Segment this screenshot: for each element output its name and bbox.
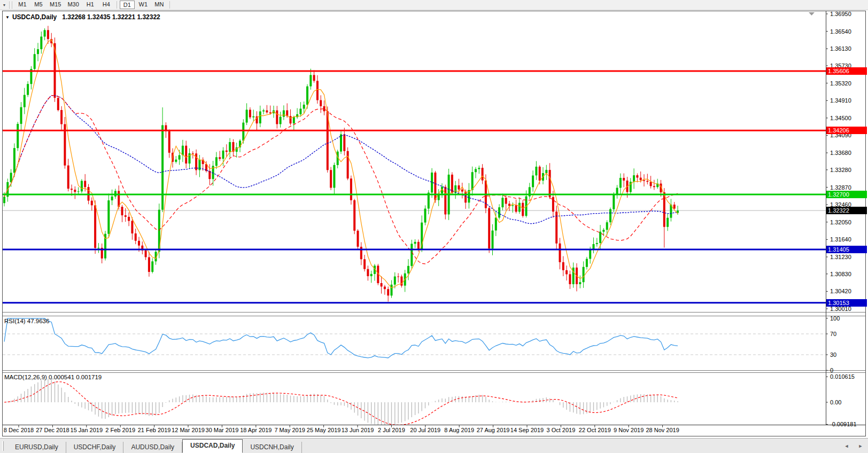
timeframe-h1-button[interactable]: H1	[83, 1, 98, 9]
symbol-tab-bar: EURUSD,DailyUSDCHF,DailyAUDUSD,DailyUSDC…	[0, 438, 868, 453]
date-axis-tick-label: 30 Mar 2019	[206, 427, 239, 433]
date-axis-tick-label: 13 Jun 2019	[342, 427, 374, 433]
price-axis-tick-label: 1.30420	[830, 287, 851, 295]
price-axis-tick-label: 1.32050	[830, 218, 851, 226]
date-axis-tick-label: 12 Mar 2019	[172, 427, 205, 433]
price-axis-tick-label: 1.36130	[830, 45, 851, 52]
price-axis-tick-label: 1.33280	[830, 166, 851, 174]
price-axis-tick-label: 1.31230	[830, 253, 851, 261]
timeframe-w1-button[interactable]: W1	[136, 1, 151, 9]
rsi-axis-tick-label: 70	[830, 330, 836, 338]
price-level-badge: 1.31405	[826, 246, 867, 253]
chart-canvas[interactable]	[0, 0, 868, 453]
symbol-tabs: EURUSD,DailyUSDCHF,DailyAUDUSD,DailyUSDC…	[7, 440, 302, 453]
timeframe-mn-button[interactable]: MN	[152, 1, 167, 9]
tab-scroller: ◄ ►	[843, 442, 864, 450]
timeframe-buttons: M1M5M15M30H1H4D1W1MN	[14, 0, 172, 10]
price-axis-tick-label: 1.35320	[830, 80, 851, 87]
macd-name: MACD(12,26,9)	[4, 374, 47, 380]
date-axis-tick-label: 28 Nov 2019	[646, 427, 679, 433]
date-axis-tick-label: 21 Feb 2019	[138, 427, 171, 433]
date-axis-tick-label: 3 Oct 2019	[546, 427, 575, 433]
chart-tab-eurusd[interactable]: EURUSD,Daily	[7, 442, 66, 453]
price-level-badge: 1.32700	[826, 191, 867, 198]
toolbar-drag-handle[interactable]	[9, 2, 12, 9]
price-level-badge: 1.35606	[826, 67, 867, 75]
chart-collapse-icon[interactable]: ▼	[5, 15, 10, 20]
macd-axis-tick-label: 0.010615	[830, 373, 855, 380]
date-axis-tick-label: 22 Oct 2019	[579, 427, 611, 433]
mt4-window: ▼ M1M5M15M30H1H4D1W1MN ▼USDCAD,Daily1.32…	[0, 0, 868, 453]
macd-axis-tick-label: 0.00	[830, 399, 841, 406]
chart-ohlc-values: 1.32268 1.32435 1.32221 1.32322	[62, 13, 160, 21]
toolbar-dropdown-icon[interactable]: ▼	[0, 1, 9, 9]
timeframe-d1-button[interactable]: D1	[120, 1, 135, 9]
date-axis-tick-label: 18 Apr 2019	[240, 427, 272, 433]
tabbar-grip	[2, 441, 4, 451]
date-axis-tick-label: 7 May 2019	[274, 427, 305, 433]
price-level-badge: 1.34206	[826, 127, 867, 134]
chart-tab-audusd[interactable]: AUDUSD,Daily	[123, 442, 182, 453]
chart-tab-usdcnh[interactable]: USDCNH,Daily	[243, 442, 301, 453]
rsi-name: RSI(14)	[4, 318, 26, 324]
date-axis-tick-label: 27 Dec 2018	[36, 427, 69, 433]
date-axis-tick-label: 8 Dec 2018	[4, 427, 34, 433]
toolbar-separator	[169, 1, 170, 9]
rsi-axis-tick-label: 30	[830, 351, 836, 358]
rsi-axis-tick-label: 100	[830, 315, 840, 322]
price-axis-tick-label: 1.32870	[830, 184, 851, 191]
price-axis-tick-label: 1.30830	[830, 270, 851, 278]
date-axis-tick-label: 20 Jul 2019	[410, 427, 440, 433]
timeframe-h4-button[interactable]: H4	[99, 1, 114, 9]
date-axis-tick-label: 27 Aug 2019	[477, 427, 510, 433]
chart-symbol-label: USDCAD,Daily	[12, 13, 57, 21]
timeframe-m1-button[interactable]: M1	[15, 1, 30, 9]
tabs-scroll-right-button[interactable]: ►	[857, 442, 864, 450]
date-axis-tick-label: 2 Jul 2019	[378, 427, 405, 433]
price-axis-tick-label: 1.33680	[830, 149, 851, 157]
price-axis-tick-label: 1.31640	[830, 236, 851, 243]
timeframe-m15-button[interactable]: M15	[47, 1, 64, 9]
chart-title: ▼USDCAD,Daily1.32268 1.32435 1.32221 1.3…	[5, 13, 160, 21]
rsi-indicator-label: RSI(14) 47.9636	[4, 318, 49, 324]
macd-indicator-label: MACD(12,26,9) 0.000541 0.001719	[4, 374, 102, 380]
date-axis-tick-label: 2 Feb 2019	[105, 427, 135, 433]
price-axis-tick-label: 1.34500	[830, 114, 851, 122]
date-axis-tick-label: 8 Aug 2019	[444, 427, 474, 433]
macd-axis-tick-label: -0.009181	[830, 420, 857, 428]
price-axis-tick-label: 1.36540	[830, 28, 851, 35]
timeframe-m5-button[interactable]: M5	[31, 1, 46, 9]
macd-value: 0.000541 0.001719	[49, 374, 102, 380]
chart-shift-marker-icon	[809, 12, 815, 15]
price-axis-tick-label: 1.36950	[830, 10, 851, 18]
chart-tab-usdchf[interactable]: USDCHF,Daily	[66, 442, 124, 453]
timeframe-m30-button[interactable]: M30	[65, 1, 81, 9]
timeframe-toolbar: ▼ M1M5M15M30H1H4D1W1MN	[0, 0, 868, 10]
rsi-value: 47.9636	[27, 318, 50, 324]
toolbar-separator	[117, 1, 117, 9]
tabs-scroll-left-button[interactable]: ◄	[843, 442, 850, 450]
date-axis-tick-label: 15 Jan 2019	[71, 427, 103, 433]
current-price-badge: 1.32322	[826, 207, 867, 214]
date-axis-tick-label: 14 Sep 2019	[510, 427, 544, 433]
chart-tab-usdcad[interactable]: USDCAD,Daily	[182, 439, 243, 453]
price-level-badge: 1.30153	[826, 299, 867, 307]
date-axis-tick-label: 25 May 2019	[307, 427, 341, 433]
price-axis-tick-label: 1.34910	[830, 97, 851, 104]
date-axis-tick-label: 9 Nov 2019	[614, 427, 644, 433]
